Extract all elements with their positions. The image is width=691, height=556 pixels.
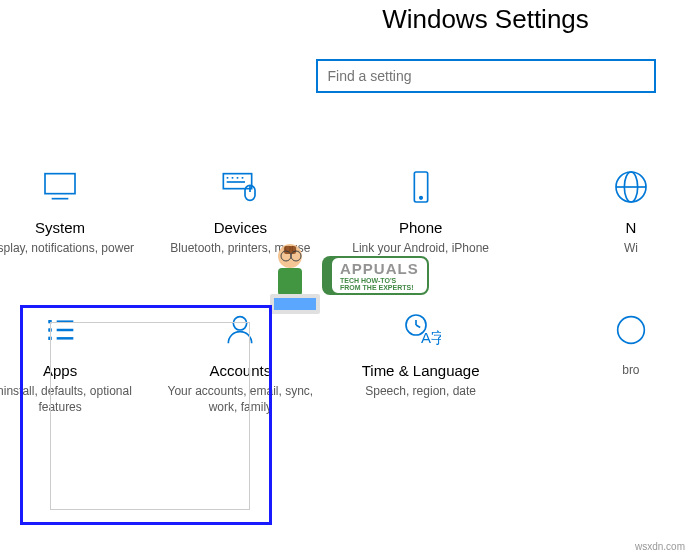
tile-title: System	[0, 219, 138, 236]
svg-text:A字: A字	[421, 330, 441, 347]
tile-desc: Your accounts, email, sync, work, family	[162, 383, 318, 415]
time-language-icon: A字	[343, 306, 499, 354]
svg-rect-18	[48, 320, 51, 323]
svg-point-11	[419, 197, 422, 200]
tile-desc: Wi	[523, 240, 679, 256]
tile-phone[interactable]: Phone Link your Android, iPhone	[331, 163, 511, 256]
circle-icon	[523, 306, 679, 354]
display-icon	[0, 163, 138, 211]
tile-title: Apps	[0, 362, 138, 379]
tile-desc: Speech, region, date	[343, 383, 499, 399]
phone-icon	[343, 163, 499, 211]
tile-desc: Uninstall, defaults, optional features	[0, 383, 138, 415]
tile-accounts[interactable]: Accounts Your accounts, email, sync, wor…	[150, 306, 330, 415]
tile-title: N	[523, 219, 679, 236]
svg-point-29	[618, 317, 645, 344]
source-label: wsxdn.com	[635, 541, 685, 552]
apps-list-icon	[0, 306, 138, 354]
svg-point-24	[234, 317, 247, 330]
tile-desc: Link your Android, iPhone	[343, 240, 499, 256]
page-title: Windows Settings	[0, 4, 691, 35]
search-input[interactable]	[316, 59, 656, 93]
tile-desc: Display, notifications, power	[0, 240, 138, 256]
tile-system[interactable]: System Display, notifications, power	[0, 163, 150, 256]
person-icon	[162, 306, 318, 354]
tile-title: Time & Language	[343, 362, 499, 379]
svg-line-27	[416, 325, 420, 328]
globe-icon	[523, 163, 679, 211]
tile-devices[interactable]: Devices Bluetooth, printers, mouse	[150, 163, 330, 256]
tile-apps[interactable]: Apps Uninstall, defaults, optional featu…	[0, 306, 150, 415]
svg-rect-0	[45, 174, 75, 194]
tile-desc: Bluetooth, printers, mouse	[162, 240, 318, 256]
keyboard-icon	[162, 163, 318, 211]
svg-rect-20	[48, 337, 51, 340]
tile-title: Accounts	[162, 362, 318, 379]
tile-cortana[interactable]: bro	[511, 306, 691, 415]
tile-desc: bro	[523, 362, 679, 378]
tile-title: Devices	[162, 219, 318, 236]
tile-time-language[interactable]: A字 Time & Language Speech, region, date	[331, 306, 511, 415]
settings-grid: System Display, notifications, power Dev…	[0, 123, 691, 416]
tile-network[interactable]: N Wi	[511, 163, 691, 256]
svg-rect-19	[48, 329, 51, 332]
tile-title: Phone	[343, 219, 499, 236]
